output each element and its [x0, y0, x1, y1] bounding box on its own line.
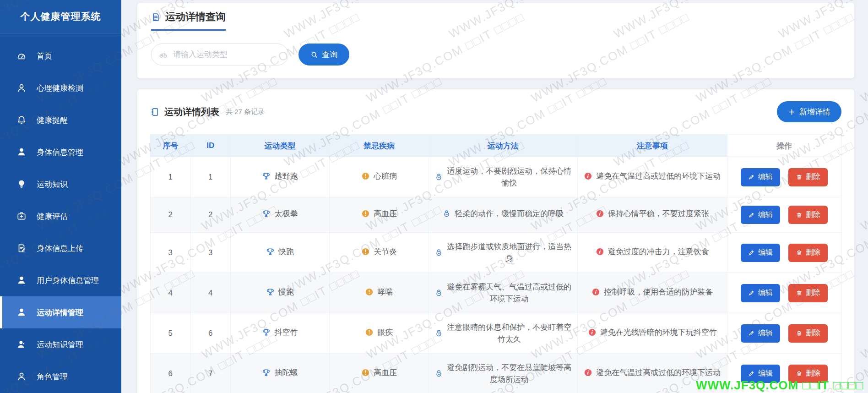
cell-note-text: 保持心情平稳，不要过度紧张: [608, 208, 709, 220]
sidebar-item-label: 运动知识: [37, 179, 68, 190]
delete-button-label: 删除: [806, 288, 820, 298]
column-header-0: 序号: [151, 135, 191, 157]
pencil-icon: [748, 330, 755, 337]
cell-method: 选择跑步道或软质地面进行，适当热身: [429, 233, 577, 273]
cell-actions: 编辑删除: [727, 157, 841, 197]
cell-note: 避免在气温过高或过低的环境下运动: [577, 354, 727, 393]
cell-index: 6: [151, 354, 191, 393]
cell-type-text: 太极拳: [274, 208, 298, 220]
doc-edit-icon: [16, 243, 27, 253]
sidebar-item-1[interactable]: 心理健康检测: [0, 72, 121, 104]
cell-method-text: 注意眼睛的休息和保护，不要盯着空竹太久: [447, 322, 571, 345]
user-icon: [16, 83, 27, 93]
sidebar-item-6[interactable]: 身体信息上传: [0, 232, 121, 264]
edit-button[interactable]: 编辑: [741, 244, 780, 262]
cell-disease-text: 眼疾: [377, 327, 393, 338]
search-input[interactable]: [172, 49, 281, 60]
delete-button[interactable]: 删除: [788, 284, 828, 302]
sidebar-item-0[interactable]: 首页: [0, 40, 121, 72]
cell-method: 轻柔的动作，缓慢而稳定的呼吸: [429, 197, 577, 233]
trash-icon: [796, 289, 803, 296]
table-row: 22太极拳高血压轻柔的动作，缓慢而稳定的呼吸保持心情平稳，不要过度紧张编辑删除: [151, 197, 841, 233]
warning-icon: [365, 328, 374, 337]
cell-actions: 编辑删除: [727, 273, 841, 313]
delete-button[interactable]: 删除: [788, 244, 828, 262]
table-row: 44慢跑哮喘避免在雾霾天气、气温过高或过低的环境下运动控制呼吸，使用合适的防护装…: [151, 273, 841, 313]
exercise-icon: [434, 289, 443, 297]
sidebar-item-label: 首页: [37, 51, 52, 61]
sidebar-item-3[interactable]: 身体信息管理: [0, 136, 121, 168]
delete-button[interactable]: 删除: [788, 206, 828, 224]
cell-type: 快跑: [231, 233, 330, 273]
pencil-icon: [748, 249, 755, 256]
exercise-icon: [442, 209, 451, 218]
cell-method: 避免剧烈运动，不要在悬崖陡坡等高度场所运动: [429, 354, 577, 393]
column-header-5: 注意事项: [577, 135, 727, 157]
cell-method-text: 轻柔的动作，缓慢而稳定的呼吸: [455, 208, 564, 220]
column-header-6: 操作: [727, 135, 841, 157]
delete-button-label: 删除: [806, 328, 820, 338]
warning-icon: [361, 247, 370, 256]
cell-disease: 高血压: [329, 354, 429, 393]
cell-index: 5: [151, 313, 191, 354]
list-card-header: 运动详情列表 共 27 条记录 新增详情: [150, 101, 841, 122]
sidebar-item-9[interactable]: 运动知识管理: [0, 328, 121, 360]
sidebar-item-8[interactable]: 运动详情管理: [0, 296, 121, 328]
user-solid-icon: [16, 307, 27, 317]
trophy-icon: [262, 328, 271, 337]
sidebar-item-7[interactable]: 用户身体信息管理: [0, 264, 121, 296]
table-header-row: 序号ID运动类型禁忌疾病运动方法注意事项操作: [151, 135, 841, 157]
sidebar-item-10[interactable]: 角色管理: [0, 360, 121, 393]
trash-icon: [796, 212, 803, 218]
edit-button[interactable]: 编辑: [741, 324, 780, 343]
sidebar: 个人健康管理系统 首页心理健康检测健康提醒身体信息管理运动知识健康评估身体信息上…: [0, 0, 121, 393]
cell-actions: 编辑删除: [727, 233, 841, 273]
search-button-label: 查询: [322, 49, 337, 60]
search-box[interactable]: [151, 44, 288, 66]
edit-button-label: 编辑: [758, 369, 773, 378]
cell-index: 2: [151, 197, 191, 233]
trash-icon: [796, 249, 803, 256]
sidebar-item-5[interactable]: 健康评估: [0, 200, 121, 232]
cell-disease-text: 高血压: [374, 367, 397, 379]
cell-note-text: 避免在气温过高或过低的环境下运动: [596, 367, 721, 379]
trophy-icon: [262, 209, 271, 218]
sidebar-item-2[interactable]: 健康提醒: [0, 104, 121, 136]
add-detail-button[interactable]: 新增详情: [777, 101, 841, 122]
sidebar-item-4[interactable]: 运动知识: [0, 168, 121, 200]
exercise-icon: [434, 173, 443, 181]
exercise-icon: [434, 329, 443, 338]
pencil-icon: [748, 174, 755, 180]
user-solid-icon: [16, 147, 27, 157]
edit-button[interactable]: 编辑: [741, 206, 780, 224]
edit-button[interactable]: 编辑: [741, 365, 780, 383]
app-title: 个人健康管理系统: [0, 0, 121, 33]
cell-method: 避免在雾霾天气、气温过高或过低的环境下运动: [429, 273, 577, 313]
delete-button[interactable]: 删除: [788, 168, 828, 186]
notebook-icon: [150, 107, 160, 117]
cell-disease: 关节炎: [329, 233, 429, 273]
edit-button[interactable]: 编辑: [741, 284, 780, 302]
trophy-icon: [266, 288, 275, 296]
sidebar-item-label: 用户身体信息管理: [37, 275, 99, 286]
cell-id: 7: [190, 354, 231, 393]
details-table: 序号ID运动类型禁忌疾病运动方法注意事项操作 11越野跑心脏病适度运动，不要剧烈…: [150, 134, 841, 393]
cell-disease: 高血压: [329, 197, 429, 233]
edit-button[interactable]: 编辑: [741, 168, 780, 186]
trash-icon: [796, 330, 803, 337]
sidebar-item-label: 运动详情管理: [37, 307, 83, 318]
delete-button[interactable]: 删除: [788, 324, 828, 343]
column-header-2: 运动类型: [231, 135, 330, 157]
info-icon: [584, 172, 592, 180]
user-group-icon: [16, 339, 27, 349]
table-row: 11越野跑心脏病适度运动，不要剧烈运动，保持心情愉快避免在气温过高或过低的环境下…: [151, 157, 841, 197]
info-icon: [588, 328, 597, 337]
cell-type-text: 越野跑: [274, 170, 298, 182]
warning-icon: [365, 288, 374, 296]
delete-button[interactable]: 删除: [788, 365, 828, 383]
list-title-block: 运动详情列表 共 27 条记录: [150, 106, 265, 118]
user-solid-icon: [16, 275, 27, 285]
search-button[interactable]: 查询: [298, 44, 349, 66]
cell-note-text: 避免过度的冲击力，注意饮食: [608, 246, 709, 258]
warning-icon: [361, 172, 370, 180]
